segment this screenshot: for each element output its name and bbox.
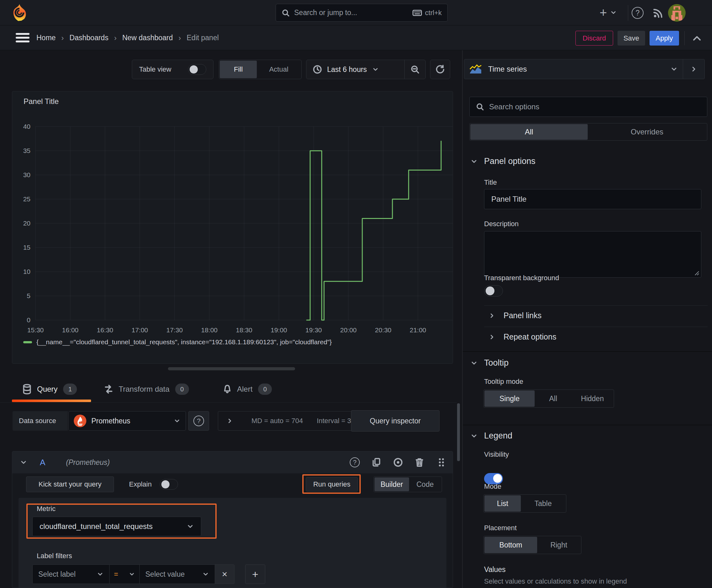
pane-divider[interactable]: [462, 50, 463, 588]
help-button[interactable]: ?: [632, 7, 644, 19]
breadcrumb-separator: ›: [61, 34, 64, 42]
time-series-chart[interactable]: 051015202530354015:3016:0016:3017:0017:3…: [19, 121, 453, 338]
delete-query-button[interactable]: [415, 457, 424, 467]
options-search-placeholder: Search options: [489, 102, 539, 111]
breadcrumb-home[interactable]: Home: [37, 34, 56, 42]
actual-option[interactable]: Actual: [257, 61, 301, 78]
datasource-help-button[interactable]: ?: [188, 411, 209, 430]
table-view-toggle[interactable]: [188, 64, 206, 75]
toggle-query-visibility-button[interactable]: [393, 457, 403, 467]
placement-bottom-option[interactable]: Bottom: [484, 537, 537, 553]
chevron-down-icon: [97, 571, 104, 578]
builder-option[interactable]: Builder: [374, 478, 409, 491]
duplicate-query-button[interactable]: [372, 457, 381, 467]
svg-text:0: 0: [27, 316, 30, 323]
chart-legend[interactable]: {__name__="cloudflared_tunnel_total_requ…: [23, 338, 332, 346]
viz-select[interactable]: Time series: [464, 59, 683, 79]
chevron-right-icon[interactable]: [226, 417, 233, 424]
query-card: A (Prometheus) ?: [12, 451, 453, 588]
tab-transform-data[interactable]: Transform data 0: [104, 381, 189, 397]
explain-label: Explain: [129, 480, 152, 488]
user-avatar[interactable]: [668, 4, 686, 22]
eye-icon: [393, 457, 403, 467]
news-button[interactable]: [652, 7, 664, 19]
legend-swatch: [23, 341, 32, 343]
panel-title-input[interactable]: Panel Title: [484, 189, 701, 209]
search-placeholder: Search or jump to...: [294, 8, 412, 17]
query-help-icon-button[interactable]: ?: [350, 457, 360, 467]
svg-text:25: 25: [23, 195, 30, 203]
legend-series-label[interactable]: {__name__="cloudflared_tunnel_total_requ…: [37, 338, 332, 346]
run-queries-button[interactable]: Run queries: [306, 477, 358, 491]
scrollbar-thumb[interactable]: [457, 403, 460, 461]
placement-right-option[interactable]: Right: [537, 537, 580, 553]
top-nav-bar: Search or jump to... ctrl+k + ?: [0, 0, 712, 25]
description-textarea[interactable]: [484, 231, 701, 278]
editor-tabs: Query 1 Transform data 0 Alert 0: [0, 376, 457, 403]
query-datasource-name: (Prometheus): [66, 458, 110, 467]
breadcrumb-dashboards[interactable]: Dashboards: [69, 34, 108, 42]
time-range-picker[interactable]: Last 6 hours: [306, 60, 404, 79]
query-header-row[interactable]: A (Prometheus) ?: [12, 451, 453, 474]
save-button[interactable]: Save: [618, 31, 645, 45]
operator-dropdown[interactable]: =: [110, 564, 140, 584]
chevron-down-icon[interactable]: [20, 459, 27, 466]
explain-toggle[interactable]: [160, 479, 178, 490]
chevron-down-icon: [372, 66, 379, 73]
query-options-md[interactable]: MD = auto = 704: [252, 417, 303, 425]
mode-table-option[interactable]: Table: [521, 495, 565, 512]
rss-icon: [652, 7, 664, 19]
query-ref-id[interactable]: A: [40, 458, 45, 467]
kickstart-button[interactable]: Kick start your query: [26, 477, 114, 492]
datasource-picker[interactable]: Prometheus: [68, 411, 186, 430]
pane-splitter-handle[interactable]: [168, 367, 295, 370]
resize-handle-icon[interactable]: [694, 270, 700, 276]
collapse-options-button[interactable]: [692, 34, 702, 42]
svg-text:19:30: 19:30: [305, 327, 322, 334]
select-value-dropdown[interactable]: Select value: [140, 564, 215, 584]
viz-suggestions-button[interactable]: [683, 59, 705, 79]
grafana-logo[interactable]: [10, 3, 29, 22]
description-label: Description: [484, 220, 519, 228]
plus-menu-button[interactable]: +: [600, 6, 617, 19]
panel-title[interactable]: Panel Title: [24, 97, 59, 106]
apply-button[interactable]: Apply: [649, 31, 679, 45]
panel: Panel Title 051015202530354015:3016:0016…: [12, 91, 453, 364]
query-inspector-button[interactable]: Query inspector: [351, 410, 439, 432]
tooltip-header[interactable]: Tooltip: [470, 358, 509, 368]
tab-alert[interactable]: Alert 0: [222, 381, 272, 397]
legend-header[interactable]: Legend: [470, 431, 512, 441]
tab-query[interactable]: Query 1: [22, 381, 77, 397]
breadcrumb-new-dashboard[interactable]: New dashboard: [122, 34, 173, 42]
refresh-button[interactable]: [430, 60, 450, 79]
all-overrides-switcher: All Overrides: [469, 123, 707, 141]
active-tab-underline: [12, 400, 91, 402]
fill-option[interactable]: Fill: [220, 61, 257, 78]
clock-icon: [313, 65, 322, 74]
select-label-dropdown[interactable]: Select label: [33, 564, 110, 584]
options-search-input[interactable]: Search options: [469, 97, 707, 117]
zoom-out-button[interactable]: [405, 60, 425, 79]
panel-options-header[interactable]: Panel options: [470, 156, 536, 166]
panel-links-section[interactable]: Panel links: [489, 311, 542, 320]
tab-overrides[interactable]: Overrides: [588, 124, 706, 140]
metric-label: Metric: [37, 505, 56, 513]
menu-button[interactable]: [16, 33, 29, 43]
discard-button[interactable]: Discard: [576, 31, 613, 45]
tooltip-single-option[interactable]: Single: [484, 391, 535, 407]
mode-list-option[interactable]: List: [484, 495, 521, 512]
repeat-options-section[interactable]: Repeat options: [489, 332, 556, 341]
tooltip-all-option[interactable]: All: [535, 391, 572, 407]
add-filter-button[interactable]: +: [245, 564, 265, 584]
global-search-input[interactable]: Search or jump to... ctrl+k: [276, 4, 448, 22]
tooltip-hidden-option[interactable]: Hidden: [572, 391, 613, 407]
code-option[interactable]: Code: [409, 478, 441, 491]
drag-handle[interactable]: [438, 457, 445, 467]
remove-filter-button[interactable]: ×: [215, 564, 235, 584]
legend-mode-switcher: List Table: [483, 495, 566, 512]
metric-select[interactable]: cloudflared_tunnel_total_requests: [33, 517, 201, 536]
tab-all[interactable]: All: [470, 124, 588, 140]
transparent-background-toggle[interactable]: [484, 285, 503, 296]
search-shortcut: ctrl+k: [425, 9, 442, 17]
fill-actual-switcher: Fill Actual: [219, 60, 302, 79]
